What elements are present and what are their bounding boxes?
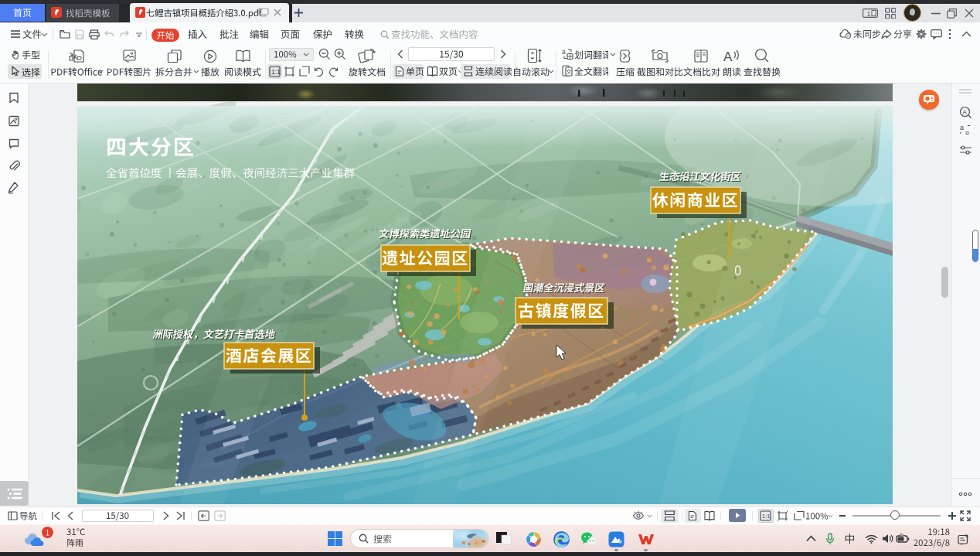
svg-text:1:1: 1:1 [762, 513, 770, 520]
svg-text:a: a [562, 48, 566, 56]
svg-text:¤: ¤ [965, 129, 969, 136]
svg-text:1: 1 [867, 10, 871, 18]
svg-text:1:1: 1:1 [271, 68, 281, 76]
svg-text:a: a [960, 124, 964, 131]
svg-text:A: A [723, 49, 733, 63]
svg-text:A: A [962, 108, 967, 116]
